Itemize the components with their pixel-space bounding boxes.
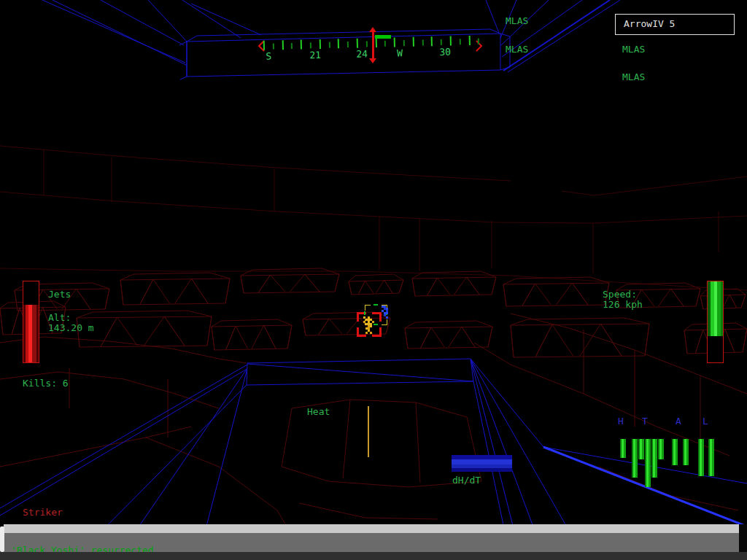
compass-heading-label: 21 [309,50,321,61]
compass-tick [310,42,311,48]
throttle-gauge [707,281,724,363]
kills-counter: Kills: 6 [23,378,69,389]
compass-tick [291,43,293,49]
jets-label: Jets [48,289,71,300]
lock-tick-icon [364,311,365,315]
compass-heading-label: 30 [439,47,451,58]
jump-jets-fill [23,305,39,362]
compass-heading-label: S [266,51,271,62]
status-bar-right-cap [739,524,747,552]
compass-tick [460,39,461,44]
lock-box-corner-icon [365,305,371,311]
selected-weapon-label: ArrowIV 5 [624,18,675,29]
compass-tick [338,39,339,48]
compass-tick [319,39,320,49]
compass-tick [441,39,442,45]
reticle-corner-icon [372,327,382,337]
compass-tick [431,36,433,46]
game-viewport[interactable]: S2124W30 MLAS MLAS ArrowIV 5 MLAS MLAS J… [0,0,747,560]
status-bar-bottom-strip [0,552,747,560]
torso-twist-indicator-icon [375,35,391,39]
damage-letter: A [676,416,681,427]
status-bar-left-tab [0,526,4,552]
damage-bar [651,439,657,478]
compass-tick [468,36,470,45]
status-bar-body: 'Black Yoshi' resurrected. [4,533,739,552]
compass-heading-label: W [397,47,403,58]
enemy-mech-sprite [363,316,365,319]
damage-bar [632,439,638,478]
compass-tick [357,39,358,48]
damage-bar [658,439,664,459]
compass-tick [263,41,265,50]
altitude-label: Alt: [48,313,71,323]
lock-box-corner-icon [365,319,371,325]
lock-tick-icon [374,324,378,325]
reticle-corner-icon [357,327,366,337]
weapon-item: MLAS [506,44,528,55]
selected-weapon-box: ArrowIV 5 [615,14,735,35]
damage-bar [683,439,689,465]
jump-jets-gauge [23,281,39,363]
damage-letter: L [703,416,708,427]
damage-letter: T [642,416,648,427]
damage-bar [708,439,714,476]
compass-tick [422,39,423,45]
dhdt-bar [452,455,512,472]
heat-gauge-needle [368,406,369,457]
weapon-item: MLAS [506,16,528,26]
compass-tick [282,40,283,50]
status-bar: 'Black Yoshi' resurrected. [0,524,747,560]
heat-label: Heat [307,407,330,417]
compass-tick [366,41,368,47]
damage-readout-htal: HTAL [616,416,726,496]
weapon-item: MLAS [622,44,645,55]
compass-tick [403,40,405,46]
compass-tick [394,37,395,47]
compass-tick [328,42,330,48]
lock-tick-icon [374,304,378,306]
status-bar-top-strip [4,524,739,533]
throttle-fill [708,281,723,336]
damage-bar [672,439,678,465]
callsign-label: Striker [23,508,63,518]
compass-tick [450,36,452,46]
compass-tick [478,39,479,44]
compass-tick [273,43,274,49]
compass-tick [412,37,414,47]
compass-tick [301,40,302,50]
damage-bar [698,439,704,476]
compass-heading-label: 24 [356,48,368,59]
speed-value: 126 kph [603,300,643,310]
dhdt-label: dH/dT [452,475,481,486]
weapon-item: MLAS [622,72,645,82]
altitude-value: 143.20 m [48,323,94,333]
compass-tick [384,41,386,47]
lock-tick-icon [386,311,387,315]
damage-bar [638,439,644,459]
reticle-corner-icon [372,312,382,322]
damage-bar [645,439,651,487]
damage-bar [620,439,626,458]
heading-indicator-icon [372,32,374,58]
damage-letter: H [618,416,624,427]
lock-box-corner-icon [382,319,387,325]
speed-label: Speed: [603,289,637,300]
blue-mech-sprite [382,306,384,308]
compass-tick [375,38,376,47]
compass-tick [347,42,349,47]
